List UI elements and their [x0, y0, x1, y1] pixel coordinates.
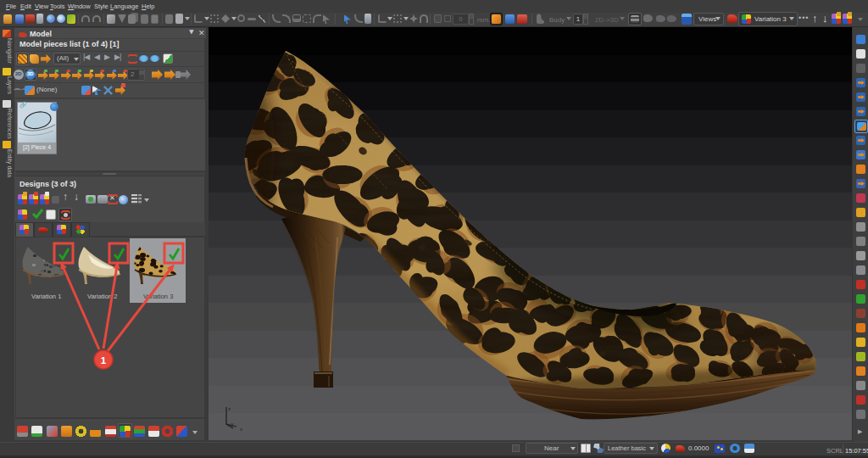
svg-text:1: 1 [101, 355, 107, 366]
svg-text:x: x [240, 427, 242, 432]
svg-text:z: z [228, 406, 231, 411]
svg-text:Y: Y [231, 422, 234, 427]
